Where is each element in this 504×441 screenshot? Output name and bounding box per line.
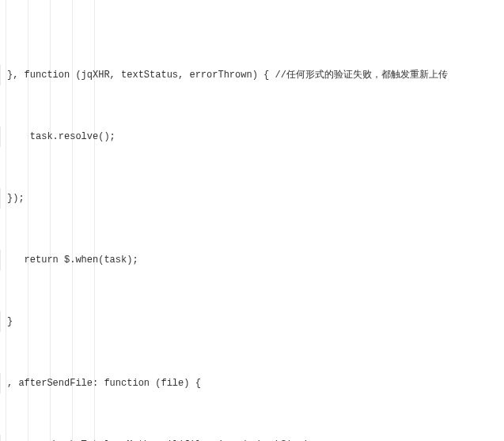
code-line: return $.when(task); [0, 250, 504, 270]
code-line: } [0, 311, 504, 332]
code-line: task.resolve(); [0, 126, 504, 147]
code-line: var chunksTotal = Math.ceil(file.size / … [0, 435, 504, 441]
code-block: }, function (jqXHR, textStatus, errorThr… [0, 0, 504, 441]
code-line: }, function (jqXHR, textStatus, errorThr… [0, 65, 504, 85]
code-line: }); [0, 188, 504, 209]
code-line: , afterSendFile: function (file) { [0, 373, 504, 394]
